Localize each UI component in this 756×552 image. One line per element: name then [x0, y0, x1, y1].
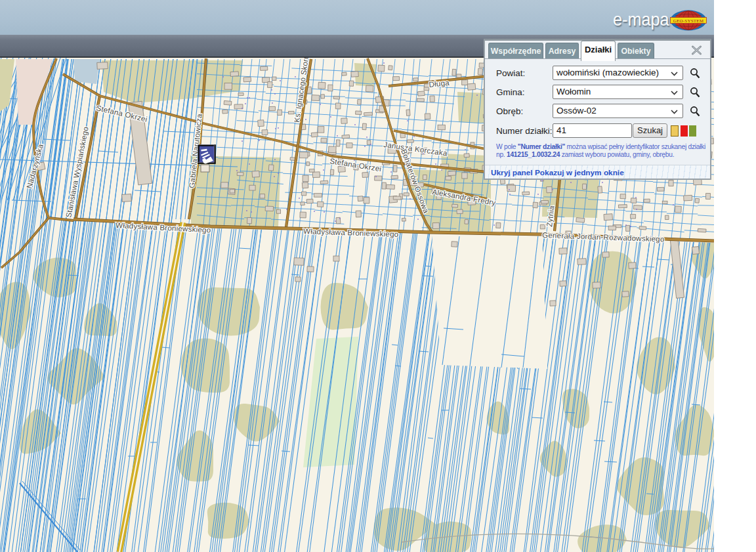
svg-text:GEO-SYSTEM: GEO-SYSTEM: [673, 18, 704, 24]
